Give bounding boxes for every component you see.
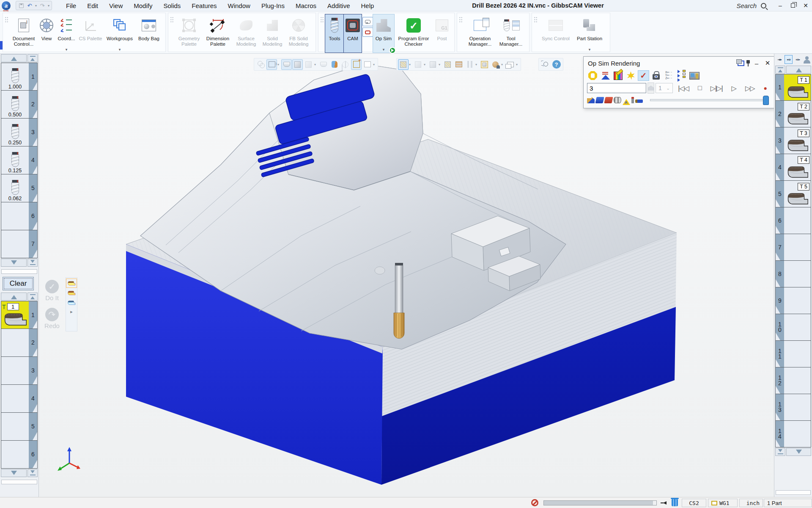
scroll-top-button[interactable]: [27, 54, 38, 62]
scroll-bottom-button[interactable]: [27, 259, 38, 267]
workflow-current-button[interactable]: ▪⇨: [785, 55, 793, 64]
program-error-checker-button[interactable]: ✓ Program Error Checker: [394, 14, 433, 52]
tool-slot-number[interactable]: 6: [29, 202, 37, 230]
tools-button[interactable]: Tools: [325, 14, 344, 52]
flyout-arrow-icon[interactable]: ▸: [70, 309, 73, 315]
op-sim-dropdown-icon[interactable]: ▾: [383, 47, 385, 52]
bounds-button[interactable]: [479, 59, 490, 70]
menu-additive[interactable]: Additive: [322, 0, 355, 11]
tool-crib-button[interactable]: [689, 70, 700, 81]
tool-slot-6[interactable]: 6: [1, 202, 38, 230]
dropdown-caret[interactable]: ▾: [424, 63, 427, 66]
dimension-palette-button[interactable]: Dimension Palette: [203, 14, 233, 52]
op-tile-right-1[interactable]: 1T 1: [775, 74, 811, 101]
part-station-dropdown-icon[interactable]: ▾: [589, 47, 591, 52]
geometry-palette-button[interactable]: Geometry Palette: [175, 14, 203, 52]
alarm-display-toggle[interactable]: [623, 95, 630, 105]
dimension-view-button[interactable]: [266, 59, 277, 70]
menu-help[interactable]: Help: [355, 0, 379, 11]
op-tile-right-3[interactable]: 3T 3: [775, 127, 811, 154]
group-drag-handle[interactable]: [170, 17, 174, 23]
dropdown-caret[interactable]: ▾: [409, 63, 412, 66]
cam-toolpath-button[interactable]: [362, 28, 373, 37]
tool-slot-7[interactable]: 7: [1, 230, 38, 258]
search-label[interactable]: Search: [736, 2, 757, 9]
record-button[interactable]: ●: [760, 85, 771, 91]
section-view-button[interactable]: [428, 59, 438, 70]
op-slot-left-3[interactable]: 3: [1, 357, 38, 385]
tool-slot-number[interactable]: 1: [29, 63, 37, 90]
color-render-button[interactable]: [612, 70, 624, 81]
verify-button[interactable]: ✓: [638, 70, 649, 81]
view-button[interactable]: View: [38, 14, 55, 52]
zoom-fit-button[interactable]: [540, 59, 551, 70]
op-tile-right-5[interactable]: 5T 5: [775, 181, 811, 207]
op-slot-left-2[interactable]: 2: [1, 329, 38, 357]
dock-icon[interactable]: [738, 61, 744, 66]
lock-view-button[interactable]: [650, 70, 662, 81]
tool-slot-number[interactable]: 3: [29, 119, 37, 146]
op-tile-number[interactable]: 11: [776, 341, 784, 367]
cs-indicator[interactable]: CS2: [682, 499, 706, 507]
document-control-button[interactable]: Document Control...: [10, 14, 38, 52]
workgroup-indicator[interactable]: WG1: [708, 499, 738, 507]
render-speed-button[interactable]: [600, 70, 611, 81]
surface-modeling-button[interactable]: Surface Modeling: [233, 14, 260, 52]
layers-button[interactable]: [453, 59, 464, 70]
blank-style-button[interactable]: [362, 59, 373, 70]
op-tile-number[interactable]: 13: [776, 394, 784, 420]
scroll-bottom-button[interactable]: [775, 448, 785, 456]
scroll-top-button[interactable]: [775, 66, 785, 74]
cam-note-button[interactable]: [362, 17, 373, 26]
stop-button[interactable]: □: [694, 84, 705, 92]
tool-slot-5[interactable]: 0.0625: [1, 174, 38, 202]
group-drag-handle[interactable]: [5, 17, 8, 23]
post-button[interactable]: Post: [433, 14, 451, 52]
op-slot-left-1[interactable]: T11: [1, 301, 38, 329]
op-tile-right-4[interactable]: 4T 4: [775, 154, 811, 181]
cs-palette-button[interactable]: CS Palette: [77, 14, 104, 52]
op-slot-number[interactable]: 6: [29, 441, 37, 468]
body-bag-button[interactable]: Body Bag: [136, 14, 162, 52]
solid-view-button[interactable]: [292, 59, 303, 70]
op-tile-number[interactable]: 1: [776, 75, 784, 100]
skip-to-start-button[interactable]: |◁◁: [674, 84, 693, 92]
close-button[interactable]: ✕: [799, 0, 812, 11]
op-slot-left-4[interactable]: 4: [1, 385, 38, 413]
tool-display-toggle[interactable]: [587, 97, 595, 103]
menu-window[interactable]: Window: [222, 0, 256, 11]
op-tile-number[interactable]: 9: [776, 287, 784, 314]
part-station-button[interactable]: Part Station ▾: [573, 14, 606, 52]
op-tile-right-7[interactable]: 7: [775, 234, 811, 261]
group-drag-handle[interactable]: [320, 17, 324, 23]
scroll-down-button[interactable]: [1, 259, 27, 267]
op-tile-right-11[interactable]: 11: [775, 341, 811, 367]
coord-dropdown-icon[interactable]: ▾: [66, 47, 68, 52]
menu-file[interactable]: File: [60, 0, 82, 11]
workflow-next-button[interactable]: ⇨▪: [793, 55, 802, 64]
op-tile-right-12[interactable]: 12: [775, 367, 811, 394]
save-button[interactable]: [17, 2, 25, 9]
scroll-up-button[interactable]: [786, 66, 811, 74]
op-slot-number[interactable]: 2: [29, 329, 37, 356]
restore-button[interactable]: [787, 0, 799, 11]
operator-view-button[interactable]: [490, 59, 501, 70]
workflow-first-button[interactable]: ⇥▪: [775, 55, 784, 64]
sync-control-button[interactable]: Sync Control: [539, 14, 573, 52]
scroll-top-button[interactable]: [27, 293, 38, 301]
tool-manager-button[interactable]: Tool Manager...: [496, 14, 526, 52]
holder-display-toggle[interactable]: [614, 97, 621, 103]
play-button[interactable]: ▷: [728, 84, 740, 92]
op-slot-left-6[interactable]: 6: [1, 441, 38, 469]
coordinates-readout-button[interactable]: X=··Y=··Z=··: [663, 70, 675, 81]
scroll-down-button[interactable]: [1, 469, 27, 477]
fixture-display-button[interactable]: [442, 59, 453, 70]
home-button[interactable]: [647, 83, 654, 94]
clear-button[interactable]: Clear: [3, 277, 34, 290]
tool-slot-1[interactable]: 1.0001: [1, 63, 38, 91]
wireframe-view-button[interactable]: [303, 59, 314, 70]
tool-slot-number[interactable]: 2: [29, 91, 37, 118]
redo-button[interactable]: ↷: [38, 2, 47, 9]
op-tile-right-14[interactable]: 14: [775, 421, 811, 447]
menu-edit[interactable]: Edit: [82, 0, 104, 11]
